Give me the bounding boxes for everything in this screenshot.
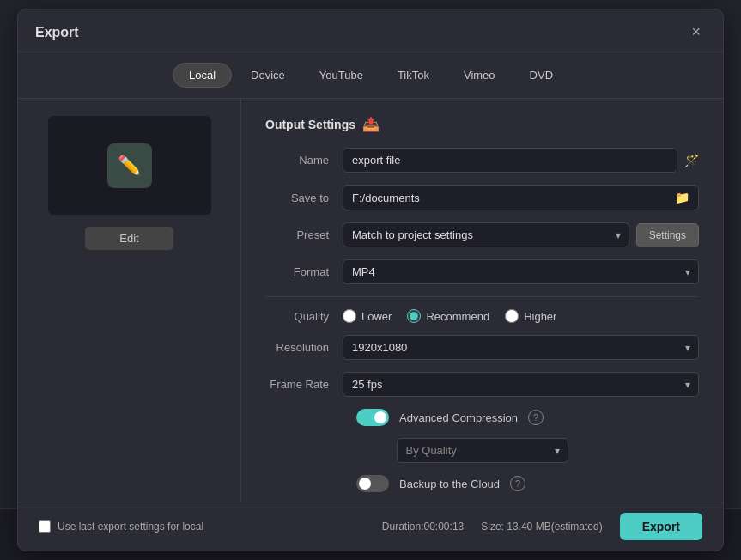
quality-lower-label[interactable]: Lower: [361, 310, 392, 323]
quality-higher-radio[interactable]: [505, 309, 519, 323]
preset-select-wrap: Match to project settings: [343, 222, 629, 247]
divider-1: [265, 296, 699, 297]
preview-thumbnail: ✏️: [48, 116, 211, 215]
toggle-slider-advanced: [356, 409, 389, 426]
footer-right: Duration:00:00:13 Size: 13.40 MB(estimat…: [382, 513, 702, 540]
quality-row: Quality Lower Recommend Higher: [265, 309, 699, 323]
footer-left: Use last export settings for local: [39, 520, 203, 533]
settings-panel: Output Settings 📤 Name 🪄 Save to: [241, 99, 723, 502]
preview-panel: ✏️ Edit: [18, 99, 241, 502]
format-control: MP4 MOV AVI: [343, 259, 699, 284]
quality-dropdown-select[interactable]: By Quality By Bitrate: [397, 438, 568, 463]
quality-higher-item: Higher: [505, 309, 556, 323]
advanced-compression-label: Advanced Compression: [399, 411, 518, 424]
format-select[interactable]: MP4 MOV AVI: [343, 259, 699, 284]
name-label: Name: [265, 154, 343, 167]
frame-rate-control: 25 fps 30 fps 60 fps 24 fps: [343, 372, 699, 397]
folder-icon[interactable]: 📁: [675, 191, 689, 204]
last-settings-checkbox[interactable]: [39, 520, 51, 533]
quality-recommend-label[interactable]: Recommend: [426, 310, 489, 323]
resolution-label: Resolution: [265, 341, 343, 354]
quality-higher-label[interactable]: Higher: [524, 310, 556, 323]
advanced-compression-row: Advanced Compression ?: [265, 409, 699, 426]
size-text: Size: 13.40 MB(estimated): [481, 520, 602, 533]
tab-dvd[interactable]: DVD: [514, 64, 568, 87]
resolution-select-wrap: 1920x1080 1280x720 3840x2160: [343, 335, 699, 360]
quality-label: Quality: [265, 310, 343, 323]
frame-rate-label: Frame Rate: [265, 378, 343, 391]
preset-control: Match to project settings Settings: [343, 222, 699, 247]
tabs-bar: Local Device YouTube TikTok Vimeo DVD: [18, 52, 723, 99]
save-to-control: F:/documents 📁: [343, 185, 699, 210]
tab-tiktok[interactable]: TikTok: [382, 64, 445, 87]
export-button[interactable]: Export: [620, 513, 702, 540]
dialog-footer: Use last export settings for local Durat…: [18, 502, 723, 551]
preset-label: Preset: [265, 228, 343, 241]
close-button[interactable]: ×: [686, 21, 706, 43]
backup-cloud-help-icon[interactable]: ?: [510, 476, 525, 491]
quality-radio-group: Lower Recommend Higher: [343, 309, 556, 323]
name-row: Name 🪄: [265, 148, 699, 173]
resolution-control: 1920x1080 1280x720 3840x2160: [343, 335, 699, 360]
edit-button[interactable]: Edit: [85, 227, 173, 250]
ai-icon[interactable]: 🪄: [684, 154, 699, 167]
quality-recommend-item: Recommend: [407, 309, 489, 323]
output-settings-icon: 📤: [362, 116, 380, 132]
backup-cloud-toggle[interactable]: [356, 475, 389, 492]
save-to-label: Save to: [265, 192, 343, 204]
quality-dropdown-row: By Quality By Bitrate: [265, 438, 699, 463]
frame-rate-select[interactable]: 25 fps 30 fps 60 fps 24 fps: [343, 372, 699, 397]
advanced-compression-toggle[interactable]: [356, 409, 389, 426]
settings-button[interactable]: Settings: [636, 223, 699, 247]
quality-lower-radio[interactable]: [343, 309, 356, 323]
resolution-select[interactable]: 1920x1080 1280x720 3840x2160: [343, 335, 699, 360]
format-select-wrap: MP4 MOV AVI: [343, 259, 699, 284]
tab-vimeo[interactable]: Vimeo: [448, 64, 511, 87]
quality-dropdown-wrap: By Quality By Bitrate: [397, 438, 568, 463]
backup-cloud-row: Backup to the Cloud ?: [265, 475, 699, 492]
format-label: Format: [265, 265, 343, 278]
name-input[interactable]: [343, 148, 677, 173]
section-title: Output Settings 📤: [265, 116, 699, 132]
frame-rate-select-wrap: 25 fps 30 fps 60 fps 24 fps: [343, 372, 699, 397]
name-control: 🪄: [343, 148, 699, 173]
quality-recommend-radio[interactable]: [407, 309, 421, 323]
dialog-body: ✏️ Edit Output Settings 📤 Name 🪄: [18, 99, 723, 502]
advanced-compression-help-icon[interactable]: ?: [528, 410, 544, 425]
resolution-row: Resolution 1920x1080 1280x720 3840x2160: [265, 335, 699, 360]
backup-cloud-label: Backup to the Cloud: [399, 478, 500, 490]
format-row: Format MP4 MOV AVI: [265, 259, 699, 284]
export-dialog: Export × Local Device YouTube TikTok Vim…: [17, 9, 724, 551]
folder-path-text: F:/documents: [352, 192, 675, 204]
dialog-title: Export: [35, 25, 79, 40]
edit-icon-box: ✏️: [107, 143, 152, 188]
tab-local[interactable]: Local: [173, 63, 232, 88]
dialog-header: Export ×: [18, 9, 723, 52]
pencil-icon: ✏️: [118, 155, 141, 177]
last-settings-label[interactable]: Use last export settings for local: [58, 520, 203, 533]
frame-rate-row: Frame Rate 25 fps 30 fps 60 fps 24 fps: [265, 372, 699, 397]
tab-youtube[interactable]: YouTube: [304, 64, 379, 87]
duration-text: Duration:00:00:13: [382, 520, 464, 533]
app-background: Export × Local Device YouTube TikTok Vim…: [0, 0, 741, 560]
tab-device[interactable]: Device: [235, 64, 301, 87]
preset-select[interactable]: Match to project settings: [343, 222, 629, 247]
toggle-slider-backup: [356, 475, 389, 492]
quality-lower-item: Lower: [343, 309, 392, 323]
folder-input-wrap[interactable]: F:/documents 📁: [343, 185, 699, 210]
preset-row: Preset Match to project settings Setting…: [265, 222, 699, 247]
save-to-row: Save to F:/documents 📁: [265, 185, 699, 210]
